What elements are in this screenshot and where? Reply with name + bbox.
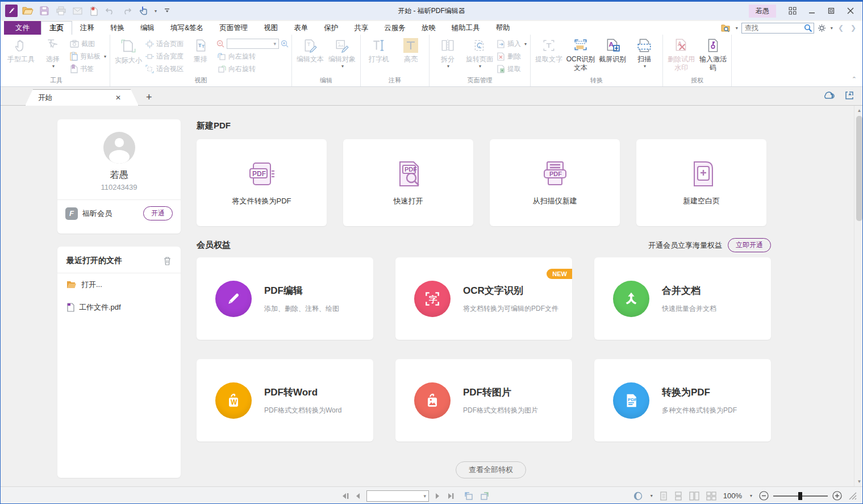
resize-grip-icon[interactable] xyxy=(849,492,857,500)
benefit-card-merge[interactable]: 合并文档 快速批量合并文档 xyxy=(594,257,771,340)
clipboard-dropdown[interactable]: ▾ xyxy=(104,54,106,59)
doc-tab-close-icon[interactable]: ✕ xyxy=(115,94,121,102)
zoom-dropdown[interactable]: ▾ xyxy=(750,493,752,498)
zoom-in-button[interactable] xyxy=(832,491,842,501)
benefit-card-ocr[interactable]: 字 OCR文字识别 将文档转换为可编辑的PDF文件 NEW xyxy=(395,257,572,340)
edit-object-button[interactable]: 编辑对象 ▾ xyxy=(326,36,358,69)
recent-item-open[interactable]: 打开... xyxy=(57,273,181,296)
split-button[interactable]: 拆分 ▾ xyxy=(432,36,464,69)
settings-gear-icon[interactable] xyxy=(818,24,826,32)
fit-width-button[interactable]: 适合宽度 xyxy=(144,50,185,63)
menu-tab-page-manage[interactable]: 页面管理 xyxy=(211,21,256,35)
menu-tab-accessibility[interactable]: 辅助工具 xyxy=(444,21,488,35)
search-scope-dropdown[interactable]: ▾ xyxy=(736,26,738,31)
fit-visible-button[interactable]: 适合视区 xyxy=(144,63,185,75)
extract-text-button[interactable]: 提取文字 xyxy=(533,36,565,64)
ribbon-collapse-icon[interactable]: ⌃ xyxy=(852,76,857,83)
edit-text-button[interactable]: T 编辑文本 xyxy=(294,36,326,64)
split-dropdown[interactable]: ▾ xyxy=(447,64,449,69)
share-export-icon[interactable] xyxy=(844,90,854,101)
ocr-text-button[interactable]: OCR识别文本 xyxy=(565,36,597,72)
vertical-scrollbar[interactable]: ▲ ▼ xyxy=(854,106,863,486)
previous-view-icon[interactable] xyxy=(464,492,474,500)
benefit-card-pdf-edit[interactable]: PDF编辑 添加、删除、注释、绘图 xyxy=(197,257,373,340)
zoom-out-button[interactable] xyxy=(759,491,769,501)
night-mode-icon[interactable] xyxy=(633,491,643,501)
menu-tab-view[interactable]: 视图 xyxy=(256,21,286,35)
menu-file[interactable]: 文件 xyxy=(4,21,41,35)
view-all-privileges-button[interactable]: 查看全部特权 xyxy=(456,461,526,478)
menu-tab-cloud[interactable]: 云服务 xyxy=(376,21,414,35)
hand-pointer-icon[interactable] xyxy=(137,5,149,17)
undo-icon[interactable] xyxy=(104,5,116,17)
snapshot-button[interactable]: 截图 xyxy=(69,38,107,50)
single-page-icon[interactable] xyxy=(660,491,668,501)
continuous-page-icon[interactable] xyxy=(674,491,682,501)
menu-tab-present[interactable]: 放映 xyxy=(414,21,444,35)
menu-tab-share[interactable]: 共享 xyxy=(346,21,376,35)
page-number-combobox[interactable]: ▾ xyxy=(366,490,429,502)
select-tool-button[interactable]: 选择 ▾ xyxy=(37,36,69,69)
menu-tab-edit[interactable]: 编辑 xyxy=(132,21,162,35)
scan-dropdown[interactable]: ▾ xyxy=(644,64,646,69)
hand-tool-button[interactable]: 手型工具 xyxy=(5,36,37,64)
activate-membership-button[interactable]: 开通 xyxy=(143,206,173,220)
next-page-icon[interactable] xyxy=(435,493,440,499)
card-blank-page[interactable]: 新建空白页 xyxy=(636,139,766,226)
new-from-file-icon[interactable] xyxy=(87,5,100,17)
new-tab-button[interactable]: + xyxy=(146,91,152,103)
close-button[interactable] xyxy=(842,4,859,18)
search-input[interactable] xyxy=(741,23,814,34)
extract-pages-button[interactable]: 提取 xyxy=(495,63,528,75)
night-mode-dropdown[interactable]: ▾ xyxy=(651,493,653,498)
menu-tab-comment[interactable]: 注释 xyxy=(72,21,102,35)
screen-ocr-button[interactable]: A 截屏识别 xyxy=(597,36,628,64)
scroll-down-icon[interactable]: ▼ xyxy=(854,477,863,486)
menu-tab-convert[interactable]: 转换 xyxy=(102,21,132,35)
find-prev-icon[interactable]: ❮ xyxy=(836,24,845,32)
menu-tab-fill-sign[interactable]: 填写&签名 xyxy=(162,21,211,35)
benefit-card-convert-to-pdf[interactable]: PDF 转换为PDF 多种文件格式转换为PDF xyxy=(594,359,771,441)
zoom-slider-track[interactable] xyxy=(773,495,828,497)
search-icon[interactable] xyxy=(804,24,812,32)
insert-pages-dropdown[interactable]: ▾ xyxy=(524,41,527,47)
restore-button[interactable] xyxy=(823,4,840,18)
clipboard-button[interactable]: 剪贴板 ▾ xyxy=(69,50,107,63)
scroll-up-icon[interactable]: ▲ xyxy=(854,106,863,115)
remove-trial-watermark-button[interactable]: A 删除试用水印 xyxy=(665,36,697,72)
select-dropdown[interactable]: ▾ xyxy=(52,64,55,69)
redo-icon[interactable] xyxy=(120,5,133,17)
layout-grid-icon[interactable] xyxy=(784,4,801,18)
scan-button[interactable]: 扫描 ▾ xyxy=(628,36,660,69)
menu-tab-protect[interactable]: 保护 xyxy=(316,21,346,35)
typewriter-button[interactable]: 打字机 xyxy=(363,36,395,64)
facing-pages-icon[interactable] xyxy=(689,491,699,501)
rotate-left-button[interactable]: 向左旋转 xyxy=(216,50,289,63)
email-icon[interactable] xyxy=(71,5,84,17)
avatar[interactable] xyxy=(103,132,135,164)
delete-pages-button[interactable]: 删除 xyxy=(495,50,528,63)
open-file-icon[interactable] xyxy=(22,5,34,17)
continuous-facing-icon[interactable] xyxy=(706,491,716,501)
highlight-button[interactable]: 高亮 xyxy=(395,36,427,64)
first-page-icon[interactable] xyxy=(341,493,349,499)
print-icon[interactable] xyxy=(55,5,67,17)
actual-size-button[interactable]: 实际大小 xyxy=(112,36,144,65)
zoom-combobox[interactable]: ▾ xyxy=(227,39,279,49)
customize-qat-icon[interactable] xyxy=(161,5,173,17)
next-view-icon[interactable] xyxy=(480,492,489,500)
fit-page-button[interactable]: 适合页面 xyxy=(144,38,185,50)
recent-item-file[interactable]: 工作文件.pdf xyxy=(57,296,181,319)
user-badge[interactable]: 若愚 xyxy=(749,5,776,18)
reflow-button[interactable]: TT 重排 xyxy=(185,36,216,64)
activate-now-button[interactable]: 立即开通 xyxy=(728,238,771,252)
prev-page-icon[interactable] xyxy=(355,493,361,499)
cloud-icon[interactable] xyxy=(823,90,835,101)
save-icon[interactable] xyxy=(38,5,51,17)
app-logo-icon[interactable] xyxy=(5,5,18,17)
hand-dropdown-arrow[interactable]: ▾ xyxy=(155,9,157,14)
menu-tab-form[interactable]: 表单 xyxy=(286,21,316,35)
scrollbar-thumb[interactable] xyxy=(856,116,862,221)
menu-tab-help[interactable]: 帮助 xyxy=(488,21,518,35)
benefit-card-pdf-to-image[interactable]: PDF转图片 PDF格式文档转换为图片 xyxy=(395,359,572,441)
